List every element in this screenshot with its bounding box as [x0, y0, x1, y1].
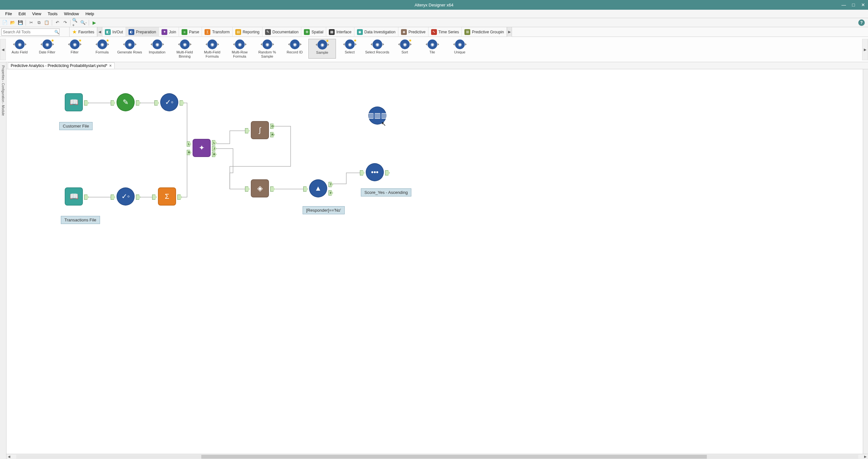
quick-toolbar: 📄 📂 💾 ✂ ⧉ 📋 ↶ ↷ 🔍+ 🔍- ▶ ?	[0, 18, 868, 27]
inout-icon: ◧	[105, 29, 111, 35]
palette-tool-record-id[interactable]: ◉Record ID	[281, 39, 308, 59]
palette-nav-left[interactable]: ◀	[0, 39, 6, 60]
search-input[interactable]	[1, 29, 60, 36]
properties-sidebar[interactable]: Properties - Configuration - Module	[0, 62, 6, 459]
documentation-icon: ✎	[265, 29, 271, 35]
category-parse[interactable]: ≡Parse	[179, 27, 202, 37]
palette-tool-unique[interactable]: ◉Unique	[446, 39, 473, 59]
node-join[interactable]: ✦ L R L J R	[192, 139, 211, 157]
score-icon: ◈	[251, 179, 269, 197]
tool-label: Multi-Row Formula	[226, 50, 253, 59]
category-predictive-grouping[interactable]: ⊞Predictive Groupin	[462, 27, 507, 37]
workspace: Properties - Configuration - Module Pred…	[0, 62, 868, 459]
palette-tool-sample[interactable]: ◉★Sample	[308, 39, 336, 59]
palette-tool-imputation[interactable]: ◉Imputation	[143, 39, 171, 59]
node-logistic-regression[interactable]: ∫ O R	[251, 121, 269, 139]
node-filter[interactable]: ▲ T F	[309, 179, 327, 197]
palette-tool-auto-field[interactable]: ◉Auto Field	[6, 39, 33, 59]
workflow-tab-title: Predictive Analytics - Predicticting Pro…	[11, 63, 107, 68]
zoom-out-button[interactable]: 🔍-	[80, 19, 87, 26]
category-time-series[interactable]: ∿Time Series	[429, 27, 462, 37]
close-button[interactable]: ✕	[858, 0, 868, 10]
tool-icon: ◉	[180, 39, 190, 49]
node-sort[interactable]: •••	[366, 163, 384, 181]
palette-tool-filter[interactable]: ◉★Filter	[61, 39, 88, 59]
node-input-customers[interactable]: 📖	[65, 93, 83, 111]
copy-button[interactable]: ⧉	[35, 19, 42, 26]
category-reporting[interactable]: ▤Reporting	[233, 27, 262, 37]
label-customer-file: Customer File	[59, 122, 93, 130]
palette-tool-select[interactable]: ◉★Select	[336, 39, 364, 59]
predictive-grouping-icon: ⊞	[464, 29, 470, 35]
category-documentation[interactable]: ✎Documentation	[262, 27, 302, 37]
paste-button[interactable]: 📋	[43, 19, 50, 26]
tool-label: Filter	[70, 50, 78, 54]
menu-view[interactable]: View	[29, 10, 44, 17]
tool-label: Select Records	[365, 50, 389, 54]
palette-tool-select-records[interactable]: ◉Select Records	[364, 39, 391, 59]
category-transform[interactable]: ΣTransform	[202, 27, 232, 37]
category-preparation[interactable]: ◐Preparation	[126, 27, 159, 37]
redo-button[interactable]: ↷	[61, 19, 69, 26]
tool-label: Auto Field	[12, 50, 28, 54]
node-select-2[interactable]: ✓◦	[117, 187, 135, 206]
palette-tool-multi-field-formula[interactable]: ◉Multi-Field Formula	[198, 39, 226, 59]
help-icon[interactable]: ?	[858, 20, 865, 26]
data-investigation-icon: ◉	[357, 29, 363, 35]
tool-icon: ◉	[235, 39, 245, 49]
zoom-in-button[interactable]: 🔍+	[72, 19, 79, 26]
node-summarize[interactable]: Σ	[158, 187, 176, 206]
palette-tool-multi-row-formula[interactable]: ◉Multi-Row Formula	[226, 39, 253, 59]
open-button[interactable]: 📂	[9, 19, 16, 26]
vertical-scrollbar[interactable]	[863, 69, 868, 454]
category-data-investigation[interactable]: ◉Data Investigation	[354, 27, 398, 37]
palette-tool-generate-rows[interactable]: ◉Generate Rows	[116, 39, 143, 59]
input-icon: 📖	[65, 187, 83, 206]
category-nav-right[interactable]: ▶	[507, 27, 512, 37]
workflow-canvas[interactable]: 📖 Customer File ✎ ✓◦ 📖 Transactions	[6, 69, 868, 454]
menu-file[interactable]: File	[2, 10, 15, 17]
undo-button[interactable]: ↶	[54, 19, 61, 26]
new-button[interactable]: 📄	[1, 19, 8, 26]
tool-icon: ◉	[400, 39, 410, 49]
filter-icon: ▲	[309, 179, 327, 197]
workflow-tab[interactable]: Predictive Analytics - Predicticting Pro…	[8, 62, 115, 69]
palette-nav-right[interactable]: ▶	[862, 39, 868, 60]
reporting-icon: ▤	[235, 29, 241, 35]
menu-tools[interactable]: Tools	[44, 10, 61, 17]
node-select-1[interactable]: ✓◦	[160, 93, 178, 111]
node-input-transactions[interactable]: 📖	[65, 187, 83, 206]
menu-edit[interactable]: Edit	[15, 10, 29, 17]
menu-window[interactable]: Window	[61, 10, 82, 17]
cut-button[interactable]: ✂	[28, 19, 35, 26]
category-spatial[interactable]: ⊕Spatial	[301, 27, 326, 37]
tool-label: Tile	[430, 50, 435, 54]
palette-tool-random-sample[interactable]: ◉Random % Sample	[253, 39, 281, 59]
tool-label: Date Filter	[39, 50, 55, 54]
palette-tool-date-filter[interactable]: ◉★Date Filter	[33, 39, 61, 59]
category-inout[interactable]: ◧In/Out	[102, 27, 126, 37]
palette-tool-sort[interactable]: ◉★Sort	[391, 39, 418, 59]
category-predictive[interactable]: ◈Predictive	[398, 27, 429, 37]
category-interface[interactable]: ▦Interface	[326, 27, 354, 37]
category-join[interactable]: ✦Join	[159, 27, 179, 37]
spatial-icon: ⊕	[304, 29, 310, 35]
palette-tool-tile[interactable]: ◉Tile	[418, 39, 446, 59]
run-button[interactable]: ▶	[91, 19, 98, 26]
horizontal-scrollbar[interactable]: ◀ ▶	[6, 454, 868, 459]
node-score[interactable]: ◈	[251, 179, 269, 197]
menu-help[interactable]: Help	[82, 10, 97, 17]
maximize-button[interactable]: □	[848, 0, 858, 10]
save-button[interactable]: 💾	[17, 19, 24, 26]
cleansing-icon: ✎	[117, 93, 135, 111]
tab-close-icon[interactable]: ×	[110, 63, 112, 68]
tool-label: Multi-Field Binning	[171, 50, 198, 59]
category-nav-left[interactable]: ◀	[97, 27, 102, 37]
minimize-button[interactable]: —	[839, 0, 848, 10]
preparation-icon: ◐	[128, 29, 134, 35]
tool-label: Formula	[95, 50, 108, 54]
node-data-cleansing[interactable]: ✎	[117, 93, 135, 111]
category-favorites[interactable]: ★Favorites	[70, 27, 97, 37]
palette-tool-formula[interactable]: ◉★Formula	[88, 39, 116, 59]
palette-tool-multi-field-binning[interactable]: ◉Multi-Field Binning	[171, 39, 198, 59]
